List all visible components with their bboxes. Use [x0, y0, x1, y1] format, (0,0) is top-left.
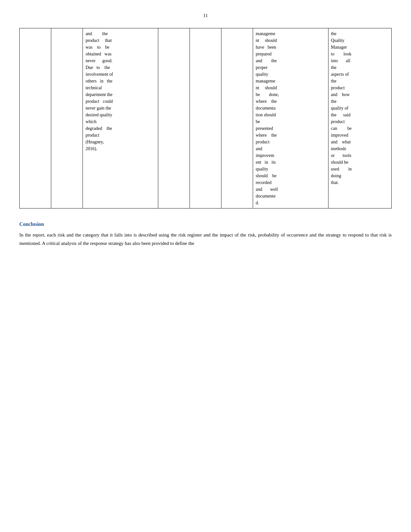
- page-number: 11: [19, 13, 392, 18]
- cell-empty-1: [20, 28, 51, 208]
- conclusion-section: Conclusion In the report, each risk and …: [19, 221, 392, 247]
- cell-col7: manageme nt should have been prepared an…: [253, 28, 328, 208]
- cell-empty-2: [51, 28, 83, 208]
- cell-empty-4: [190, 28, 221, 208]
- col8-text: the Quality Manager to look into all the…: [331, 31, 352, 185]
- cell-col3: and the product that was to be obtained …: [83, 28, 158, 208]
- table-row: and the product that was to be obtained …: [20, 28, 392, 208]
- col7-text: manageme nt should have been prepared an…: [256, 31, 279, 205]
- conclusion-title: Conclusion: [19, 221, 392, 227]
- conclusion-text: In the report, each risk and the categor…: [19, 231, 392, 247]
- cell-empty-5: [221, 28, 253, 208]
- cell-empty-3: [158, 28, 190, 208]
- col3-text: and the product that was to be obtained …: [85, 31, 113, 151]
- page-container: 11 and the product that was: [0, 0, 411, 532]
- main-table: and the product that was to be obtained …: [19, 28, 392, 208]
- cell-col8: the Quality Manager to look into all the…: [328, 28, 391, 208]
